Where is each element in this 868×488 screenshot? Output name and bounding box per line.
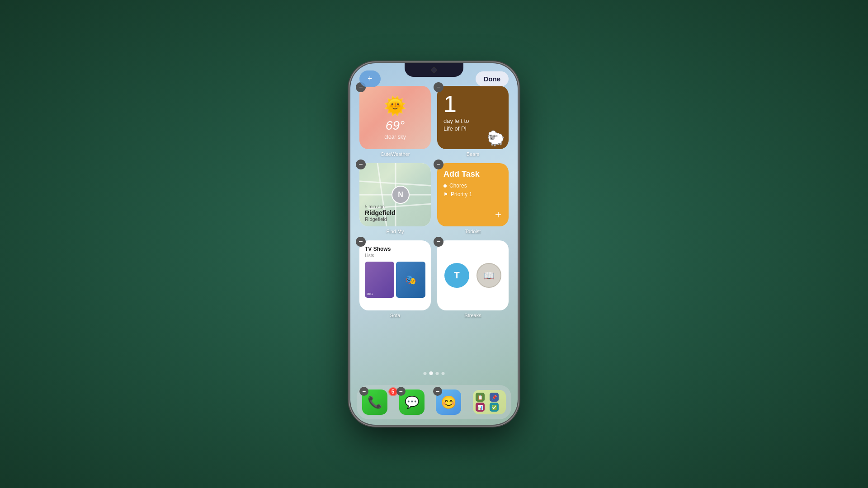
bears-app-label: Bears	[437, 151, 509, 157]
page-dot-2[interactable]	[429, 371, 433, 375]
remove-waze-button[interactable]: −	[433, 387, 442, 396]
show-image-2: 🎭	[396, 262, 425, 298]
dock-app-phone: − 📞 5	[362, 389, 396, 415]
sofa-show-1: BIG	[365, 262, 394, 298]
map-location-label: Ridgefield	[365, 209, 396, 216]
add-widget-button[interactable]: +	[359, 70, 381, 87]
page-dots	[424, 371, 445, 375]
remove-findmy-button[interactable]: −	[356, 160, 366, 169]
page-dot-4[interactable]	[442, 372, 445, 375]
todoist-add-button[interactable]: +	[495, 208, 501, 221]
todoist-chores-label: Chores	[449, 183, 467, 189]
map-sublocation-label: Ridgefield	[365, 216, 396, 222]
todoist-item-priority: ⚑ Priority 1	[443, 191, 502, 197]
sofa-subtitle: Lists	[365, 253, 425, 258]
sofa-title: TV Shows	[365, 246, 425, 252]
avatar: N	[392, 186, 410, 204]
widget-container-bears: − 1 day left toLife of Pi 🐑 Bears	[437, 86, 509, 157]
dock-app-folder: 📋 📌 📊 ✅	[473, 390, 506, 414]
phone-screen: + Done − 🌞 69° clear sky CuteWeather − 1	[350, 63, 518, 425]
todoist-dot-icon	[443, 184, 447, 188]
mini-app-2: 📌	[490, 393, 499, 402]
todoist-flag-icon: ⚑	[443, 192, 448, 197]
sofa-app-label: Sofa	[359, 313, 431, 318]
temperature-label: 69°	[386, 118, 405, 133]
bears-subtitle: day left toLife of Pi	[443, 117, 469, 133]
dock-app-messages: − 💬	[399, 389, 433, 415]
widget-grid: − 🌞 69° clear sky CuteWeather − 1 day le…	[359, 86, 509, 318]
widget-container-cuteweather: − 🌞 69° clear sky CuteWeather	[359, 86, 431, 157]
todoist-title: Add Task	[443, 169, 502, 179]
todoist-item-chores: Chores	[443, 183, 502, 189]
widget-findmy[interactable]: N 5 min ago Ridgefield Ridgefield	[359, 163, 431, 226]
remove-todoist-button[interactable]: −	[434, 160, 443, 169]
streaks-app-label: Streaks	[437, 313, 509, 318]
folder-icon[interactable]: 📋 📌 📊 ✅	[473, 390, 506, 414]
notch	[405, 63, 463, 77]
remove-streaks-button[interactable]: −	[434, 237, 443, 247]
widget-container-sofa: − TV Shows Lists BIG 🎭	[359, 240, 431, 318]
streak-circle-t: T	[444, 263, 469, 288]
weather-condition: clear sky	[384, 134, 406, 140]
widget-container-todoist: − Add Task Chores ⚑ Priority 1 + Todoist	[437, 163, 509, 234]
remove-sofa-button[interactable]: −	[356, 237, 366, 247]
findmy-app-label: Find My	[359, 229, 431, 234]
remove-messages-button[interactable]: −	[396, 387, 406, 396]
sofa-shows-grid: BIG 🎭	[365, 262, 425, 298]
widget-todoist[interactable]: Add Task Chores ⚑ Priority 1 +	[437, 163, 509, 226]
done-button[interactable]: Done	[476, 71, 509, 86]
widget-streaks[interactable]: T 📖	[437, 240, 509, 310]
book-icon: 📖	[483, 270, 495, 281]
sofa-show-2: 🎭	[396, 262, 425, 298]
phone-frame: + Done − 🌞 69° clear sky CuteWeather − 1	[350, 63, 518, 425]
mini-app-4: ✅	[490, 403, 499, 412]
remove-phone-button[interactable]: −	[359, 387, 368, 396]
mini-app-1: 📋	[476, 393, 485, 402]
show-image-1: BIG	[365, 262, 394, 298]
bears-character-icon: 🐑	[487, 130, 505, 147]
notch-camera	[431, 67, 437, 73]
bears-countdown-number: 1	[443, 92, 457, 116]
page-dot-1[interactable]	[424, 372, 427, 375]
streak-circle-book: 📖	[476, 263, 501, 288]
cuteweather-app-label: CuteWeather	[359, 151, 431, 157]
page-dot-3[interactable]	[436, 372, 439, 375]
widget-cuteweather[interactable]: 🌞 69° clear sky	[359, 86, 431, 149]
dock: − 📞 5 − 💬 − 😊 📋 📌 📊	[357, 385, 511, 419]
widget-sofa[interactable]: TV Shows Lists BIG 🎭	[359, 240, 431, 310]
map-info: 5 min ago Ridgefield Ridgefield	[365, 204, 396, 222]
todoist-priority-label: Priority 1	[451, 191, 472, 197]
mini-app-3: 📊	[476, 403, 485, 412]
widget-container-streaks: − T 📖 Streaks	[437, 240, 509, 318]
map-time-label: 5 min ago	[365, 204, 396, 209]
widget-bears[interactable]: 1 day left toLife of Pi 🐑	[437, 86, 509, 149]
sun-icon: 🌞	[384, 95, 406, 117]
dock-app-waze: − 😊	[436, 389, 469, 415]
todoist-app-label: Todoist	[437, 229, 509, 234]
widget-container-findmy: − N 5 min ago Ridgefiel	[359, 163, 431, 234]
